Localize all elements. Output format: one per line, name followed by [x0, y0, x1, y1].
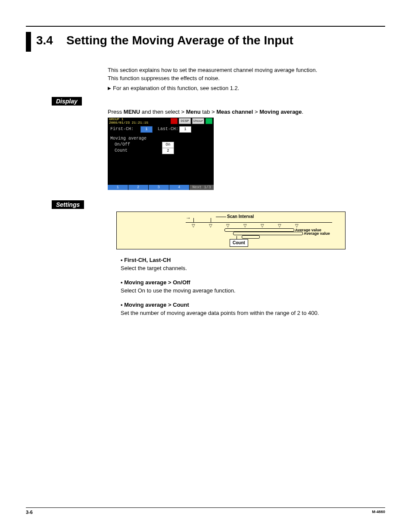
- diagram-tick: [211, 218, 211, 222]
- arrow-right-icon: →: [186, 215, 191, 222]
- first-ch-row: First-CH: 1 Last-CH: 1: [110, 126, 211, 132]
- intro-crossref: For an explanation of this function, see…: [108, 84, 385, 93]
- onoff-row: On/Off On: [110, 142, 211, 148]
- page-footer: 3-6 M-4660: [26, 507, 385, 515]
- alert-icon: [171, 118, 177, 124]
- section-number: 3.4: [36, 32, 66, 47]
- nav-tab1: Menu: [186, 109, 201, 115]
- nav-mid2: tab >: [201, 109, 217, 115]
- device-next[interactable]: Next 1/3: [190, 185, 214, 190]
- span-badge: 1hour: [192, 118, 204, 124]
- device-tabbar: 1 2 3 4 Next 1/3: [108, 185, 214, 190]
- settings-body: → Scan Interval ▽ ▽ ▽ ▽ ▽ ▽ ▽ Average va…: [116, 212, 385, 317]
- status-icon: [206, 118, 212, 124]
- intro-line-2: This function suppresses the effects of …: [108, 75, 385, 83]
- display-heading-row: Display: [26, 97, 385, 106]
- avg-window-2: [233, 232, 303, 235]
- settings-heading: Settings: [52, 200, 84, 209]
- moving-average-title: Moving average: [110, 136, 211, 142]
- disp-badge: DISP: [179, 118, 191, 124]
- count-row: Count 2: [110, 148, 211, 154]
- bullet-first-last-ch: First-CH, Last-CH Select the target chan…: [121, 256, 385, 273]
- settings-bullets: First-CH, Last-CH Select the target chan…: [116, 256, 385, 317]
- bullet-title: First-CH, Last-CH: [121, 256, 385, 264]
- section-marker-bar: [26, 32, 31, 52]
- device-statusbar: GROUP 1 2008/01/23 21:21:15 DISP 1hour: [108, 118, 214, 124]
- device-body: First-CH: 1 Last-CH: 1 Moving average On…: [108, 124, 214, 185]
- last-ch-value[interactable]: 1: [179, 126, 191, 133]
- avg-label-2: Average value: [304, 231, 330, 236]
- nav-tab3: Moving average: [259, 109, 302, 115]
- doc-id: M-4660: [372, 510, 385, 515]
- bullet-moving-avg-count: Moving average > Count Set the number of…: [121, 301, 385, 317]
- triangle-down-icon: ▽: [209, 223, 212, 229]
- device-screenshot: GROUP 1 2008/01/23 21:21:15 DISP 1hour F…: [108, 118, 214, 190]
- count-label-box: Count: [230, 239, 248, 247]
- page: 3.4 Setting the Moving Average of the In…: [0, 0, 411, 532]
- count-label: Count: [115, 148, 162, 154]
- section-title: Setting the Moving Average of the Input: [66, 32, 293, 47]
- title-row: 3.4 Setting the Moving Average of the In…: [26, 32, 385, 52]
- avg-window-3: [242, 235, 260, 239]
- display-heading: Display: [52, 97, 82, 106]
- page-number: 3-6: [26, 510, 33, 515]
- device-tab-3[interactable]: 3: [149, 185, 169, 190]
- device-tab-1[interactable]: 1: [108, 185, 128, 190]
- bullet-desc: Select the target channels.: [121, 264, 385, 273]
- display-body: Press MENU and then select > Menu tab > …: [108, 108, 385, 190]
- first-ch-label: First-CH:: [110, 126, 140, 133]
- scan-interval-diagram: → Scan Interval ▽ ▽ ▽ ▽ ▽ ▽ ▽ Average va…: [116, 212, 346, 249]
- device-group-label: GROUP 1 2008/01/23 21:21:15: [109, 118, 148, 124]
- nav-tab2: Meas channel: [216, 109, 253, 115]
- onoff-label: On/Off: [115, 142, 162, 148]
- diagram-tick: [193, 218, 194, 222]
- nav-menu: MENU: [124, 109, 140, 115]
- settings-heading-row: Settings: [26, 200, 385, 209]
- triangle-down-icon: ▽: [192, 223, 195, 229]
- nav-path: Press MENU and then select > Menu tab > …: [108, 108, 385, 116]
- count-value[interactable]: 2: [162, 148, 174, 154]
- bullet-desc: Set the number of moving average data po…: [121, 309, 385, 317]
- bullet-moving-avg-onoff: Moving average > On/Off Select On to use…: [121, 279, 385, 295]
- nav-suffix: .: [302, 109, 304, 115]
- device-tab-2[interactable]: 2: [128, 185, 149, 190]
- bullet-title: Moving average > Count: [121, 301, 385, 309]
- first-ch-value[interactable]: 1: [140, 126, 153, 133]
- scan-interval-label: Scan Interval: [216, 214, 254, 220]
- bullet-title: Moving average > On/Off: [121, 279, 385, 287]
- bullet-desc: Select On to use the moving average func…: [121, 287, 385, 295]
- onoff-value[interactable]: On: [162, 142, 174, 148]
- top-rule: [26, 26, 385, 27]
- diagram-axis: [186, 222, 332, 223]
- nav-prefix: Press: [108, 109, 124, 115]
- avg-window-1: [224, 228, 294, 232]
- nav-mid3: >: [253, 109, 259, 115]
- device-tab-4[interactable]: 4: [169, 185, 190, 190]
- nav-mid1: and then select >: [140, 109, 186, 115]
- last-ch-label: Last-CH:: [158, 126, 179, 133]
- intro-line-1: This section explains how to set the mea…: [108, 66, 385, 75]
- intro-block: This section explains how to set the mea…: [108, 66, 385, 93]
